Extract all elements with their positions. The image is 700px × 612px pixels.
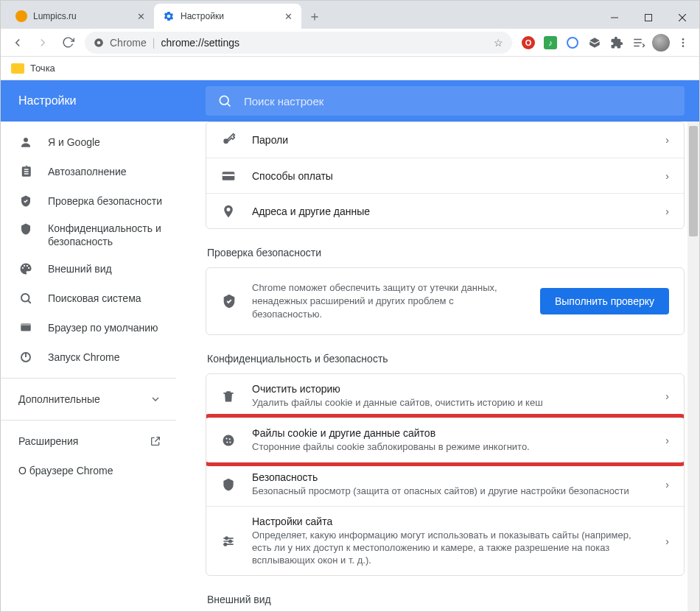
sidebar-item-label: Конфиденциальность и безопасность xyxy=(48,222,176,248)
chevron-right-icon: › xyxy=(665,170,669,182)
key-icon xyxy=(221,133,236,147)
svg-rect-23 xyxy=(223,174,235,176)
pin-icon xyxy=(221,204,236,219)
settings-main: Я и Google Автозаполнение Проверка безоп… xyxy=(1,122,699,612)
row-addresses[interactable]: Адреса и другие данные › xyxy=(206,193,684,228)
safety-text: Chrome поможет обеспечить защиту от утеч… xyxy=(252,281,525,321)
extension-icon[interactable]: ♪ xyxy=(540,32,561,53)
extension-icon[interactable] xyxy=(584,32,605,53)
row-subtitle: Определяет, какую информацию могут испол… xyxy=(252,529,649,566)
svg-point-30 xyxy=(225,537,228,539)
sidebar-item-label: Я и Google xyxy=(48,136,176,149)
url-scheme: Chrome xyxy=(110,37,147,49)
maximize-button[interactable] xyxy=(631,7,665,29)
settings-header: Настройки xyxy=(1,80,699,122)
minimize-button[interactable] xyxy=(598,7,631,29)
close-window-button[interactable] xyxy=(665,7,699,29)
shield-check-icon xyxy=(18,194,33,208)
scrollbar-thumb[interactable] xyxy=(689,126,698,236)
svg-point-5 xyxy=(97,41,101,44)
row-subtitle: Безопасный просмотр (защита от опасных с… xyxy=(252,485,649,497)
svg-point-25 xyxy=(225,437,227,439)
tab-lumpics[interactable]: Lumpics.ru ✕ xyxy=(7,4,154,29)
reload-button[interactable] xyxy=(57,32,79,54)
bookmark-item[interactable]: Точка xyxy=(30,63,55,74)
row-clear-data[interactable]: Очистить историю Удалить файлы cookie и … xyxy=(206,374,684,418)
palette-icon xyxy=(18,261,33,276)
window-titlebar: Lumpics.ru ✕ Настройки ✕ ＋ xyxy=(1,1,699,29)
new-tab-button[interactable]: ＋ xyxy=(304,6,325,27)
back-button[interactable] xyxy=(7,32,29,54)
favicon-settings xyxy=(163,10,175,22)
svg-point-27 xyxy=(226,441,228,443)
chevron-right-icon: › xyxy=(665,205,669,217)
window-controls xyxy=(598,7,699,29)
menu-button[interactable] xyxy=(673,32,693,53)
svg-point-10 xyxy=(682,41,685,43)
profile-avatar[interactable] xyxy=(651,32,671,53)
sidebar-item-on-startup[interactable]: Запуск Chrome xyxy=(1,342,176,372)
section-title-privacy: Конфиденциальность и безопасность xyxy=(207,353,685,365)
row-payments[interactable]: Способы оплаты › xyxy=(206,158,684,193)
extension-icon[interactable]: O xyxy=(518,32,539,53)
tab-strip: Lumpics.ru ✕ Настройки ✕ ＋ xyxy=(1,4,598,29)
sidebar-about-link[interactable]: О браузере Chrome xyxy=(1,456,176,485)
section-title-safety: Проверка безопасности xyxy=(207,247,685,258)
extension-icon[interactable] xyxy=(562,32,583,53)
tab-label: Lumpics.ru xyxy=(33,11,129,21)
favicon-lumpics xyxy=(15,10,27,22)
row-security[interactable]: Безопасность Безопасный просмотр (защита… xyxy=(206,462,684,506)
clipboard-icon xyxy=(18,164,33,179)
reading-list-icon[interactable] xyxy=(629,32,649,53)
settings-sidebar: Я и Google Автозаполнение Проверка безоп… xyxy=(1,122,176,612)
close-icon[interactable]: ✕ xyxy=(135,10,147,22)
search-input[interactable] xyxy=(244,95,673,108)
chrome-scheme-icon xyxy=(94,38,104,48)
trash-icon xyxy=(221,389,236,404)
scrollbar[interactable] xyxy=(687,122,699,612)
sidebar-item-appearance[interactable]: Внешний вид xyxy=(1,254,176,284)
sidebar-item-default-browser[interactable]: Браузер по умолчанию xyxy=(1,313,176,342)
svg-point-11 xyxy=(682,45,685,47)
sidebar-item-label: Браузер по умолчанию xyxy=(48,321,176,334)
row-title: Очистить историю xyxy=(252,383,649,395)
sidebar-item-safety-check[interactable]: Проверка безопасности xyxy=(1,186,176,216)
run-safety-check-button[interactable]: Выполнить проверку xyxy=(540,288,669,314)
chevron-right-icon: › xyxy=(665,435,669,446)
sidebar-extensions-link[interactable]: Расширения xyxy=(1,426,176,456)
address-bar[interactable]: Chrome | chrome://settings ☆ xyxy=(85,32,512,54)
person-icon xyxy=(18,135,33,150)
sidebar-advanced-toggle[interactable]: Дополнительные xyxy=(1,384,176,414)
chevron-right-icon: › xyxy=(665,390,669,402)
sidebar-item-label: Проверка безопасности xyxy=(48,194,176,208)
row-title: Безопасность xyxy=(252,471,649,483)
bookmark-star-icon[interactable]: ☆ xyxy=(494,37,503,49)
row-site-settings[interactable]: Настройки сайта Определяет, какую информ… xyxy=(206,506,684,575)
sidebar-item-label: Запуск Chrome xyxy=(48,351,176,364)
tab-settings[interactable]: Настройки ✕ xyxy=(154,4,301,29)
settings-search[interactable] xyxy=(206,86,685,116)
sidebar-advanced-label: Дополнительные xyxy=(18,393,100,405)
sidebar-extensions-label: Расширения xyxy=(18,435,78,447)
privacy-card: Очистить историю Удалить файлы cookie и … xyxy=(206,373,685,576)
browser-toolbar: Chrome | chrome://settings ☆ O ♪ xyxy=(1,29,699,57)
svg-rect-1 xyxy=(645,15,652,21)
svg-point-32 xyxy=(229,540,231,542)
forward-button[interactable] xyxy=(32,32,54,54)
sidebar-item-privacy[interactable]: Конфиденциальность и безопасность xyxy=(1,216,176,254)
row-title: Адреса и другие данные xyxy=(252,205,649,217)
sidebar-item-autofill[interactable]: Автозаполнение xyxy=(1,157,176,186)
row-cookies[interactable]: Файлы cookie и другие данные сайтов Стор… xyxy=(206,418,684,462)
row-title: Настройки сайта xyxy=(252,516,649,527)
row-passwords[interactable]: Пароли › xyxy=(206,122,684,158)
extensions-button[interactable] xyxy=(606,32,627,53)
browser-icon xyxy=(18,320,33,335)
tab-label: Настройки xyxy=(181,11,276,21)
svg-point-34 xyxy=(224,543,226,545)
shield-icon xyxy=(18,222,33,236)
sidebar-item-you-and-google[interactable]: Я и Google xyxy=(1,127,176,157)
separator xyxy=(1,378,176,379)
close-icon[interactable]: ✕ xyxy=(282,10,294,22)
sidebar-item-search-engine[interactable]: Поисковая система xyxy=(1,284,176,313)
chevron-right-icon: › xyxy=(665,535,669,547)
